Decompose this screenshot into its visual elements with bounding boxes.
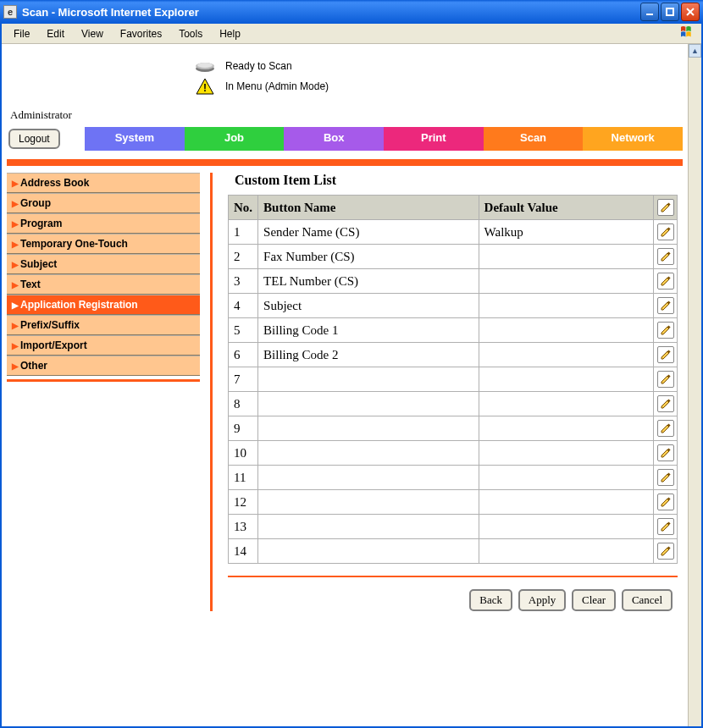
col-no: No. [229,196,258,220]
cell-no: 1 [229,220,258,245]
svg-text:!: ! [203,82,207,94]
edit-row-button[interactable] [657,420,674,437]
edit-row-button[interactable] [657,248,674,265]
sidebar-item-group[interactable]: ▶Group [7,193,200,213]
tab-box[interactable]: Box [284,127,384,151]
cell-button-name [258,416,479,441]
table-row: 7 [229,367,678,392]
close-button[interactable] [681,3,700,21]
sidebar-item-import-export[interactable]: ▶Import/Export [7,335,200,356]
menu-file[interactable]: File [5,25,38,42]
minimize-button[interactable] [640,3,659,21]
menu-view[interactable]: View [73,25,112,42]
col-edit [654,196,678,220]
cell-default-value [479,515,653,539]
cell-button-name: Sender Name (CS) [258,220,479,245]
section-title: Custom Item List [235,173,678,188]
back-button[interactable]: Back [469,589,512,611]
sidebar-item-application-registration[interactable]: ▶Application Registration [7,295,200,315]
sidebar-item-label: Subject [20,258,57,270]
table-row: 9 [229,416,678,441]
cell-no: 6 [229,343,258,367]
svg-point-6 [197,63,213,68]
menu-help[interactable]: Help [211,25,249,42]
triangle-icon: ▶ [12,260,19,269]
cell-no: 2 [229,245,258,269]
cell-button-name: Fax Number (CS) [258,245,479,269]
col-name: Button Name [258,196,479,220]
cell-no: 8 [229,392,258,416]
edit-row-button[interactable] [657,371,674,388]
sidebar-item-text[interactable]: ▶Text [7,274,200,295]
edit-row-button[interactable] [657,273,674,290]
edit-row-button[interactable] [657,297,674,314]
clear-button[interactable]: Clear [572,589,616,611]
cell-no: 3 [229,269,258,294]
cancel-button[interactable]: Cancel [622,589,673,611]
table-row: 13 [229,515,678,539]
triangle-icon: ▶ [12,280,19,290]
triangle-icon: ▶ [12,361,19,371]
tab-job[interactable]: Job [185,127,285,151]
edit-row-button[interactable] [657,543,674,560]
sidebar-item-label: Prefix/Suffix [20,319,80,331]
cell-edit [654,441,678,466]
sidebar-item-temporary-one-touch[interactable]: ▶Temporary One-Touch [7,234,200,254]
sidebar-item-prefix-suffix[interactable]: ▶Prefix/Suffix [7,315,200,335]
divider-bottom [228,576,678,577]
table-row: 3TEL Number (CS) [229,269,678,294]
col-value: Default Value [479,196,653,220]
cell-no: 9 [229,416,258,441]
table-row: 4Subject [229,294,678,318]
cell-edit [654,220,678,245]
status-admin-mode: In Menu (Admin Mode) [225,80,329,92]
sidebar-item-program[interactable]: ▶Program [7,213,200,234]
menu-favorites[interactable]: Favorites [112,25,170,42]
triangle-icon: ▶ [12,179,19,188]
edit-row-button[interactable] [657,223,674,240]
window-title: Scan - Microsoft Internet Explorer [22,6,640,19]
cell-edit [654,367,678,392]
triangle-icon: ▶ [12,341,19,350]
tab-network[interactable]: Network [583,127,683,151]
cell-default-value [479,539,653,564]
cell-no: 14 [229,539,258,564]
scroll-up-button[interactable]: ▲ [689,44,701,58]
maximize-button[interactable] [661,3,679,21]
logout-button[interactable]: Logout [8,129,60,149]
warning-icon: ! [193,78,217,95]
sidebar-item-address-book[interactable]: ▶Address Book [7,173,200,193]
cell-edit [654,343,678,367]
window-titlebar: e Scan - Microsoft Internet Explorer [0,0,703,24]
tab-print[interactable]: Print [384,127,484,151]
sidebar-item-label: Temporary One-Touch [20,238,128,250]
edit-row-button[interactable] [657,494,674,510]
edit-header-button[interactable] [657,199,674,216]
table-row: 11 [229,466,678,490]
edit-row-button[interactable] [657,444,674,461]
cell-button-name [258,441,479,466]
sidebar-item-label: Group [20,197,51,209]
menu-edit[interactable]: Edit [38,25,73,42]
cell-default-value [479,416,653,441]
menu-tools[interactable]: Tools [170,25,211,42]
edit-row-button[interactable] [657,518,674,535]
edit-row-button[interactable] [657,469,674,486]
divider-bar [7,159,683,166]
sidebar-item-subject[interactable]: ▶Subject [7,254,200,274]
apply-button[interactable]: Apply [518,589,567,611]
tab-scan[interactable]: Scan [484,127,584,151]
sidebar-item-other[interactable]: ▶Other [7,356,200,376]
edit-row-button[interactable] [657,395,674,412]
cell-default-value [479,294,653,318]
vertical-scrollbar[interactable]: ▲ [688,44,701,726]
edit-row-button[interactable] [657,322,674,339]
triangle-icon: ▶ [12,301,19,310]
cell-edit [654,318,678,343]
vertical-divider [210,173,213,611]
table-row: 5Billing Code 1 [229,318,678,343]
tab-system[interactable]: System [85,127,185,151]
cell-no: 5 [229,318,258,343]
cell-default-value [479,392,653,416]
edit-row-button[interactable] [657,346,674,363]
